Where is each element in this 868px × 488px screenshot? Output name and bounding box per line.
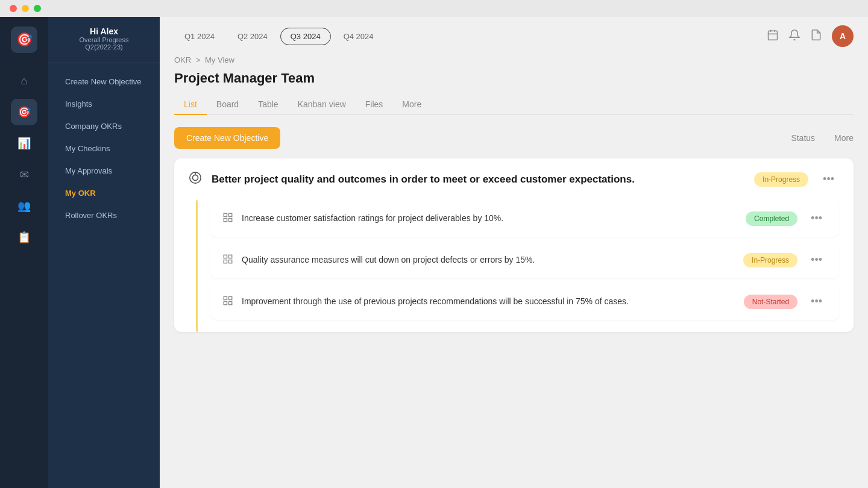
minimize-button[interactable]: [22, 5, 29, 12]
nav-item-company-okrs[interactable]: Company OKRs: [53, 116, 155, 137]
svg-rect-15: [224, 296, 227, 299]
kr-more-button-3[interactable]: •••: [806, 293, 827, 310]
svg-rect-10: [229, 218, 232, 221]
title-bar: [0, 0, 868, 17]
nav-user-progress-label: Overall Progress: [58, 36, 150, 43]
nav-item-checkins[interactable]: My Checkins: [53, 138, 155, 159]
tab-files[interactable]: Files: [356, 95, 393, 115]
nav-sidebar: Hi Alex Overall Progress Q2(2022-23) Cre…: [48, 17, 160, 488]
nav-item-approvals[interactable]: My Approvals: [53, 160, 155, 181]
svg-rect-17: [224, 301, 227, 304]
quarter-tab-q1[interactable]: Q1 2024: [174, 28, 225, 45]
tab-board[interactable]: Board: [207, 95, 248, 115]
kr-more-button-1[interactable]: •••: [806, 210, 827, 227]
svg-rect-12: [229, 255, 232, 258]
objective-target-icon: [189, 171, 202, 187]
kr-icon-2: [222, 254, 233, 267]
top-bar: Q1 2024 Q2 2024 Q3 2024 Q4 2024 A: [160, 17, 868, 55]
kr-more-button-2[interactable]: •••: [806, 251, 827, 269]
objective-more-button[interactable]: •••: [818, 170, 839, 188]
nav-user-period: Q2(2022-23): [58, 43, 150, 51]
kr-icon-3: [222, 295, 233, 308]
kr-icon-1: [222, 212, 233, 225]
page-title: Project Manager Team: [174, 70, 854, 86]
svg-rect-9: [224, 218, 227, 221]
svg-rect-18: [229, 301, 232, 304]
nav-item-insights[interactable]: Insights: [53, 93, 155, 114]
objective-status-badge: In-Progress: [754, 172, 808, 187]
svg-rect-0: [769, 31, 778, 40]
sidebar-icon-chart[interactable]: 📊: [11, 130, 37, 157]
breadcrumb-root: OKR: [174, 55, 191, 64]
tab-table[interactable]: Table: [248, 95, 288, 115]
calendar-icon[interactable]: [767, 29, 779, 44]
nav-user-info: Hi Alex Overall Progress Q2(2022-23): [48, 27, 160, 63]
fullscreen-button[interactable]: [34, 5, 41, 12]
objective-header: Better project quality and outcomes in o…: [174, 158, 854, 200]
nav-item-rollover[interactable]: Rollover OKRs: [53, 205, 155, 226]
status-label: Status: [791, 133, 815, 143]
kr-text-1: Increase customer satisfaction ratings f…: [242, 213, 737, 225]
sidebar-icon-mail[interactable]: ✉: [11, 161, 37, 188]
svg-rect-11: [224, 255, 227, 258]
objective-title: Better project quality and outcomes in o…: [212, 172, 744, 187]
breadcrumb: OKR > My View: [174, 55, 854, 64]
svg-rect-16: [229, 296, 232, 299]
quarter-tab-q3[interactable]: Q3 2024: [280, 28, 331, 45]
key-result-item: Increase customer satisfaction ratings f…: [210, 200, 839, 237]
sidebar-icon-okr[interactable]: 🎯: [11, 99, 37, 125]
bell-icon[interactable]: [788, 29, 800, 44]
app-logo: 🎯: [11, 27, 37, 53]
action-bar-right: Status More: [791, 133, 854, 143]
kr-status-badge-3: Not-Started: [744, 295, 797, 309]
create-objective-button[interactable]: Create New Objective: [174, 127, 280, 149]
view-tabs: List Board Table Kanban view Files More: [174, 95, 854, 115]
kr-status-badge-2: In-Progress: [743, 253, 797, 267]
svg-rect-13: [224, 260, 227, 263]
svg-rect-14: [229, 260, 232, 263]
quarter-tab-q2[interactable]: Q2 2024: [227, 28, 278, 45]
tab-list[interactable]: List: [174, 95, 207, 115]
kr-status-badge-1: Completed: [746, 211, 797, 226]
kr-text-3: Improvement through the use of previous …: [242, 296, 735, 308]
quarter-tabs: Q1 2024 Q2 2024 Q3 2024 Q4 2024: [174, 28, 384, 45]
document-icon[interactable]: [810, 29, 822, 44]
key-result-item: Improvement through the use of previous …: [210, 283, 839, 320]
more-label: More: [834, 133, 854, 143]
breadcrumb-sep: >: [196, 55, 201, 64]
kr-text-2: Quality assurance measures will cut down…: [242, 254, 735, 266]
icon-sidebar: 🎯 ⌂ 🎯 📊 ✉ 👥 📋: [0, 17, 48, 488]
quarter-tab-q4[interactable]: Q4 2024: [333, 28, 384, 45]
action-bar: Create New Objective Status More: [174, 127, 854, 149]
nav-item-create[interactable]: Create New Objective: [53, 71, 155, 92]
svg-rect-8: [229, 213, 232, 216]
main-content: Q1 2024 Q2 2024 Q3 2024 Q4 2024 A: [160, 17, 868, 488]
tab-kanban[interactable]: Kanban view: [288, 95, 356, 115]
key-results-container: Increase customer satisfaction ratings f…: [174, 200, 854, 332]
sidebar-icon-team[interactable]: 👥: [11, 193, 37, 219]
avatar[interactable]: A: [832, 25, 854, 47]
key-result-item: Quality assurance measures will cut down…: [210, 242, 839, 278]
objective-card: Better project quality and outcomes in o…: [174, 158, 854, 332]
breadcrumb-current: My View: [205, 55, 234, 64]
sidebar-icon-report[interactable]: 📋: [11, 224, 37, 251]
nav-item-my-okr[interactable]: My OKR: [53, 183, 155, 204]
sidebar-icon-home[interactable]: ⌂: [11, 67, 37, 94]
top-bar-actions: A: [767, 25, 854, 47]
page-area: OKR > My View Project Manager Team List …: [160, 55, 868, 488]
svg-rect-7: [224, 213, 227, 216]
tab-more[interactable]: More: [392, 95, 431, 115]
nav-user-name: Hi Alex: [58, 27, 150, 36]
svg-point-5: [192, 175, 198, 180]
close-button[interactable]: [10, 5, 17, 12]
